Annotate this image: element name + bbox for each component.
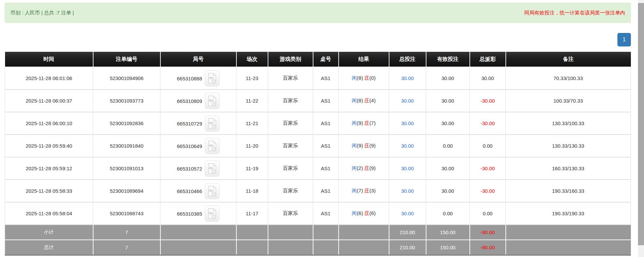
- total-row-empty: [339, 240, 389, 255]
- cell-time: 2025-11-28 05:58:33: [5, 180, 93, 202]
- cell-valid-bet: 30.00: [426, 67, 470, 89]
- total-row: 总计7210.00150.00-90.00: [5, 240, 631, 255]
- video-replay-button[interactable]: [205, 115, 220, 132]
- video-replay-button[interactable]: [205, 206, 220, 222]
- video-replay-button[interactable]: [205, 70, 220, 86]
- subtotal-row-label: 小计: [5, 225, 93, 240]
- cell-total-bet: 30.00: [389, 202, 426, 225]
- result-player-label: 闲: [352, 165, 357, 171]
- cell-table-no: AS1: [313, 89, 339, 112]
- column-header-session: 场次: [236, 52, 268, 67]
- subtotal-row-total-bet: 210.00: [389, 225, 426, 240]
- result-player-score: (6): [357, 210, 365, 216]
- cell-total-bet: 30.00: [389, 89, 426, 112]
- table-row: 2025-11-28 06:01:06523001094906665310888…: [5, 67, 631, 89]
- total-bet-link[interactable]: 30.00: [401, 120, 414, 126]
- video-file-icon: [207, 96, 217, 106]
- subtotal-row-count: 7: [93, 225, 160, 240]
- cell-game-type: 百家乐: [268, 67, 313, 89]
- cell-session: 11-17: [236, 202, 268, 225]
- video-file-icon: [207, 186, 217, 196]
- banner-notice-text: 同局有效投注，统一计算在该局第一张注单内: [524, 10, 625, 16]
- vertical-scrollbar[interactable]: [638, 0, 644, 257]
- bet-records-table: 时间注单编号局号场次游戏类别桌号结果总投注有效投注总派彩备注 2025-11-2…: [5, 52, 631, 256]
- video-replay-button[interactable]: [205, 138, 220, 154]
- table-header-row: 时间注单编号局号场次游戏类别桌号结果总投注有效投注总派彩备注: [5, 52, 631, 67]
- cell-game-type: 百家乐: [268, 135, 313, 157]
- cell-session: 11-18: [236, 180, 268, 202]
- cell-total-bet: 30.00: [389, 67, 426, 89]
- column-header-total-bet: 总投注: [389, 52, 426, 67]
- subtotal-row: 小计7210.00150.00-90.00: [5, 225, 631, 240]
- cell-remark: 190.33/160.33: [506, 180, 631, 202]
- cell-valid-bet: 30.00: [426, 157, 470, 180]
- cell-payout: -30.00: [470, 89, 506, 112]
- page-button-1[interactable]: 1: [617, 33, 631, 46]
- subtotal-row-empty: [236, 225, 268, 240]
- cell-bet-id: 523001094906: [93, 67, 160, 89]
- column-header-table-no: 桌号: [313, 52, 339, 67]
- result-banker-score: (0): [370, 75, 376, 81]
- cell-payout: -30.00: [470, 180, 506, 202]
- video-file-icon: [207, 73, 217, 84]
- cell-valid-bet: 30.00: [426, 89, 470, 112]
- column-header-game-type: 游戏类别: [268, 52, 313, 67]
- cell-game-type: 百家乐: [268, 157, 313, 180]
- result-player-label: 闲: [352, 143, 357, 148]
- cell-result: 闲(8) 庄(0): [339, 67, 389, 89]
- column-header-bet-id: 注单编号: [93, 52, 160, 67]
- table-row: 2025-11-28 05:59:40523001091840665310649…: [5, 135, 631, 157]
- cell-round-id: 665310809: [160, 89, 236, 112]
- cell-remark: 130.33/130.33: [506, 135, 631, 157]
- cell-remark: 130.33/100.33: [506, 112, 631, 135]
- result-banker-label: 庄: [365, 120, 370, 126]
- bet-records-page: 币别 : 人民币 | 总共 :7 注单 | 同局有效投注，统一计算在该局第一张注…: [0, 0, 644, 257]
- round-id-text: 665310572: [177, 166, 202, 171]
- column-header-valid-bet: 有效投注: [426, 52, 470, 67]
- result-player-score: (8): [357, 75, 365, 81]
- result-player-label: 闲: [352, 75, 357, 81]
- video-replay-button[interactable]: [205, 183, 220, 199]
- total-row-payout: -90.00: [470, 240, 506, 255]
- scrollbar-thumb[interactable]: [638, 3, 644, 245]
- total-bet-link[interactable]: 30.00: [401, 188, 414, 194]
- column-header-remark: 备注: [506, 52, 631, 67]
- video-replay-button[interactable]: [205, 93, 220, 109]
- cell-round-id: 665310649: [160, 135, 236, 157]
- cell-table-no: AS1: [313, 202, 339, 225]
- result-banker-score: (9): [370, 165, 376, 171]
- result-banker-label: 庄: [365, 98, 370, 103]
- total-bet-link[interactable]: 30.00: [401, 166, 414, 171]
- total-bet-link[interactable]: 30.00: [401, 98, 414, 104]
- subtotal-row-remark: [506, 225, 631, 240]
- result-player-label: 闲: [352, 120, 357, 126]
- cell-payout: -30.00: [470, 157, 506, 180]
- total-row-empty: [236, 240, 268, 255]
- cell-result: 闲(2) 庄(9): [339, 157, 389, 180]
- cell-table-no: AS1: [313, 135, 339, 157]
- table-row: 2025-11-28 05:58:04523001088743665310385…: [5, 202, 631, 225]
- result-banker-label: 庄: [365, 210, 370, 216]
- result-player-score: (2): [357, 165, 365, 171]
- column-header-round-id: 局号: [160, 52, 236, 67]
- total-row-label: 总计: [5, 240, 93, 255]
- cell-total-bet: 30.00: [389, 157, 426, 180]
- cell-remark: 160.33/130.33: [506, 157, 631, 180]
- cell-remark: 70.33/100.33: [506, 67, 631, 89]
- cell-result: 闲(9) 庄(7): [339, 112, 389, 135]
- video-file-icon: [207, 141, 217, 151]
- subtotal-row-empty: [339, 225, 389, 240]
- video-file-icon: [207, 208, 217, 219]
- result-player-score: (9): [357, 143, 365, 148]
- round-id-text: 665310466: [177, 188, 202, 194]
- result-banker-label: 庄: [365, 165, 370, 171]
- video-replay-button[interactable]: [205, 160, 220, 177]
- subtotal-row-empty: [268, 225, 313, 240]
- cell-valid-bet: 0.00: [426, 202, 470, 225]
- result-player-score: (7): [357, 188, 365, 193]
- total-bet-link[interactable]: 30.00: [401, 143, 414, 149]
- cell-bet-id: 523001092836: [93, 112, 160, 135]
- total-bet-link[interactable]: 30.00: [401, 75, 414, 81]
- cell-session: 11-19: [236, 157, 268, 180]
- total-bet-link[interactable]: 30.00: [401, 211, 414, 216]
